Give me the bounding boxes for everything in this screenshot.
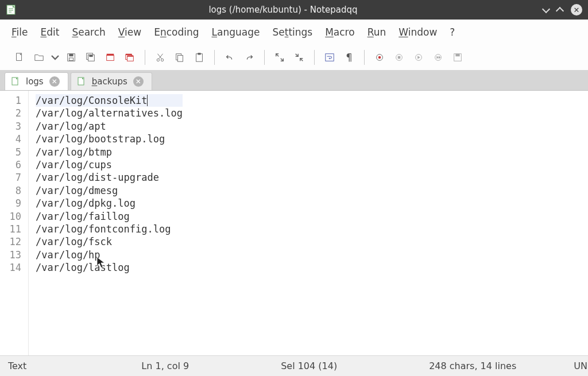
tab-close-button[interactable]: ✕ <box>49 76 60 87</box>
code-line[interactable]: /var/log/dist-upgrade <box>36 171 183 184</box>
fullscreen-enter-button[interactable] <box>270 48 289 67</box>
toolbar: ¶ <box>0 45 588 70</box>
line-number-gutter: 1234567891011121314 <box>0 91 29 355</box>
menu-edit[interactable]: Edit <box>40 26 59 38</box>
code-area[interactable]: /var/log/ConsoleKit/var/log/alternatives… <box>29 91 183 355</box>
paste-button[interactable] <box>190 48 208 67</box>
code-line[interactable]: /var/log/faillog <box>36 210 183 223</box>
close-window-button[interactable]: ✕ <box>571 4 582 15</box>
save-macro-button[interactable] <box>448 48 467 67</box>
open-file-button[interactable] <box>30 48 48 67</box>
menu-macro[interactable]: Macro <box>325 26 354 38</box>
tab-close-button[interactable]: ✕ <box>133 76 144 87</box>
code-line[interactable]: /var/log/ConsoleKit <box>36 94 183 107</box>
line-number: 10 <box>5 210 21 223</box>
svg-rect-16 <box>127 55 134 56</box>
toolbar-separator <box>264 50 265 65</box>
status-selection: Sel 104 (14) <box>281 361 337 371</box>
line-number: 7 <box>5 171 21 184</box>
tab-label: backups <box>92 76 127 87</box>
titlebar: logs (/home/kubuntu) - Notepadqq ✕ <box>0 0 588 20</box>
svg-rect-7 <box>69 57 73 60</box>
line-number: 8 <box>5 184 21 197</box>
new-file-button[interactable] <box>10 48 29 67</box>
svg-rect-14 <box>126 53 132 55</box>
window-title: logs (/home/kubuntu) - Notepadqq <box>23 5 543 15</box>
fullscreen-exit-button[interactable] <box>290 48 308 67</box>
menu-help[interactable]: ? <box>450 26 455 38</box>
svg-rect-12 <box>107 53 114 55</box>
svg-point-17 <box>157 59 159 61</box>
line-number: 5 <box>5 146 21 158</box>
svg-rect-22 <box>198 52 200 55</box>
close-doc-button[interactable] <box>101 48 119 67</box>
menu-encoding[interactable]: Encoding <box>154 26 199 38</box>
word-wrap-button[interactable] <box>320 48 339 67</box>
minimize-button[interactable] <box>543 6 549 14</box>
status-eol[interactable]: UNIX / OS X <box>574 361 588 371</box>
cut-button[interactable] <box>151 48 169 67</box>
code-line[interactable]: /var/log/apt <box>36 120 183 133</box>
undo-button[interactable] <box>220 48 239 67</box>
show-symbols-button[interactable]: ¶ <box>340 48 358 67</box>
svg-rect-21 <box>196 53 203 61</box>
menu-run[interactable]: Run <box>368 26 386 38</box>
code-line[interactable]: /var/log/dmesg <box>36 184 183 197</box>
maximize-button[interactable] <box>557 6 563 14</box>
svg-rect-27 <box>398 56 401 59</box>
code-line[interactable]: /var/log/fontconfig.log <box>36 223 183 235</box>
svg-rect-10 <box>89 55 92 57</box>
code-line[interactable]: /var/log/lastlog <box>36 261 183 274</box>
menu-search[interactable]: Search <box>72 26 105 38</box>
statusbar: Text Ln 1, col 9 Sel 104 (14) 248 chars,… <box>0 355 588 376</box>
copy-button[interactable] <box>171 48 189 67</box>
svg-point-18 <box>161 59 163 61</box>
line-number: 2 <box>5 107 21 119</box>
line-number: 14 <box>5 261 21 274</box>
line-number: 4 <box>5 133 21 145</box>
status-stats: 248 chars, 14 lines <box>429 361 516 371</box>
svg-rect-20 <box>177 55 183 61</box>
run-multi-macro-button[interactable] <box>429 48 447 67</box>
code-line[interactable]: /var/log/alternatives.log <box>36 107 183 119</box>
menu-file[interactable]: File <box>11 26 28 38</box>
menu-window[interactable]: Window <box>399 26 437 38</box>
svg-rect-15 <box>127 56 134 61</box>
line-number: 13 <box>5 249 21 261</box>
doc-icon <box>11 77 20 86</box>
toolbar-separator <box>314 50 315 65</box>
code-line[interactable]: /var/log/fsck <box>36 235 183 248</box>
code-line[interactable]: /var/log/bootstrap.log <box>36 133 183 145</box>
play-macro-button[interactable] <box>409 48 428 67</box>
redo-button[interactable] <box>240 48 258 67</box>
status-language[interactable]: Text <box>8 361 26 371</box>
line-number: 3 <box>5 120 21 133</box>
svg-rect-31 <box>455 53 459 56</box>
tab-logs[interactable]: logs ✕ <box>5 72 68 90</box>
status-position: Ln 1, col 9 <box>141 361 189 371</box>
code-line[interactable]: /var/log/hp <box>36 249 183 261</box>
menu-language[interactable]: Language <box>212 26 260 38</box>
toolbar-separator <box>364 50 365 65</box>
line-number: 1 <box>5 94 21 107</box>
line-number: 12 <box>5 235 21 248</box>
close-all-button[interactable] <box>121 48 139 67</box>
line-number: 9 <box>5 197 21 210</box>
menu-settings[interactable]: Settings <box>272 26 312 38</box>
toolbar-separator <box>145 50 145 65</box>
save-button[interactable] <box>62 48 80 67</box>
tab-backups[interactable]: backups ✕ <box>71 72 152 90</box>
save-all-button[interactable] <box>82 48 100 67</box>
svg-rect-23 <box>326 53 334 61</box>
open-dropdown-button[interactable] <box>49 48 61 67</box>
doc-icon <box>77 77 86 86</box>
menu-view[interactable]: View <box>118 26 141 38</box>
stop-macro-button[interactable] <box>390 48 408 67</box>
record-macro-button[interactable] <box>370 48 389 67</box>
editor[interactable]: 1234567891011121314 /var/log/ConsoleKit/… <box>0 91 588 355</box>
code-line[interactable]: /var/log/cups <box>36 158 183 171</box>
code-line[interactable]: /var/log/dpkg.log <box>36 197 183 210</box>
line-number: 11 <box>5 223 21 235</box>
window-controls: ✕ <box>543 4 582 15</box>
code-line[interactable]: /var/log/btmp <box>36 146 183 158</box>
